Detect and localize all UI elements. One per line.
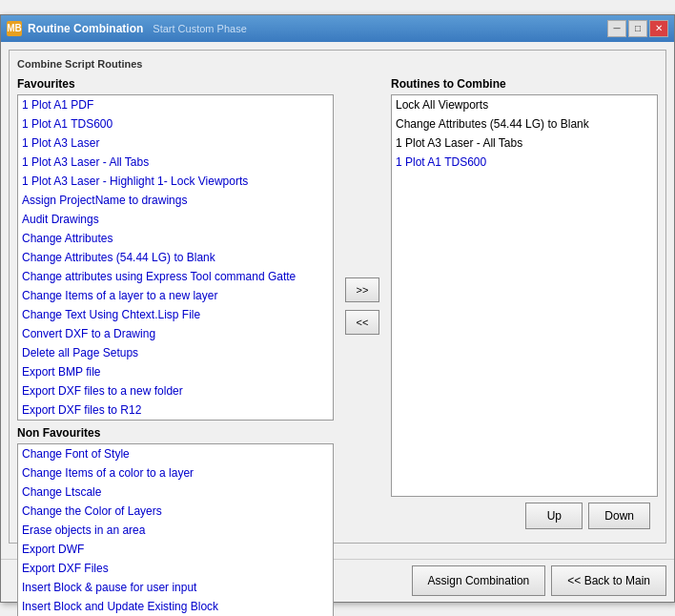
forward-button[interactable]: >> xyxy=(345,277,379,302)
routines-label: Routines to Combine xyxy=(391,77,658,91)
list-item[interactable]: 1 Plot A1 TDS600 xyxy=(392,153,657,172)
list-item[interactable]: Change Attributes (54.44 LG) to Blank xyxy=(18,248,333,267)
list-item[interactable]: 1 Plot A3 Laser - Highlight 1- Lock View… xyxy=(18,172,333,191)
back-button[interactable]: << xyxy=(345,310,379,335)
list-item[interactable]: Convert DXF to a Drawing xyxy=(18,324,333,343)
routines-section: Routines to Combine Lock All ViewportsCh… xyxy=(391,77,658,497)
right-panel: Routines to Combine Lock All ViewportsCh… xyxy=(391,77,658,535)
list-item[interactable]: Change Ltscale xyxy=(18,483,333,502)
list-item[interactable]: Change Font of Style xyxy=(18,444,333,463)
list-item[interactable]: Export DXF Files xyxy=(18,559,333,578)
maximize-button[interactable]: □ xyxy=(628,20,647,37)
main-window: MB Routine Combination Start Custom Phas… xyxy=(0,14,675,603)
updown-footer: Up Down xyxy=(391,497,658,535)
window-content: Combine Script Routines Favourites 1 Plo… xyxy=(1,42,674,559)
list-item[interactable]: 1 Plot A1 PDF xyxy=(18,95,333,114)
assign-combination-button[interactable]: Assign Combination xyxy=(412,565,546,596)
list-item[interactable]: Change attributes using Express Tool com… xyxy=(18,267,333,286)
list-item[interactable]: Change Text Using Chtext.Lisp File xyxy=(18,305,333,324)
nonfavourites-label: Non Favourites xyxy=(17,426,334,440)
window-title: Routine Combination xyxy=(28,22,143,35)
list-item[interactable]: 1 Plot A3 Laser - All Tabs xyxy=(18,153,333,172)
favourites-section: Favourites 1 Plot A1 PDF1 Plot A1 TDS600… xyxy=(17,77,334,421)
list-item[interactable]: Change Items of a color to a layer xyxy=(18,463,333,483)
list-item[interactable]: Audit Drawings xyxy=(18,210,333,229)
list-item[interactable]: Change Attributes xyxy=(18,229,333,248)
list-item[interactable]: Export DXF files to R12 xyxy=(18,400,333,420)
list-item[interactable]: Assign ProjectName to drawings xyxy=(18,191,333,210)
updown-buttons: Up Down xyxy=(525,503,650,529)
list-item[interactable]: Change the Color of Layers xyxy=(18,502,333,521)
list-item[interactable]: Change Attributes (54.44 LG) to Blank xyxy=(392,114,657,133)
list-item[interactable]: Export DWF xyxy=(18,540,333,559)
down-button[interactable]: Down xyxy=(588,503,650,529)
minimize-button[interactable]: ─ xyxy=(607,20,626,37)
title-bar-left: MB Routine Combination Start Custom Phas… xyxy=(7,21,247,36)
middle-buttons-panel: >> << xyxy=(341,77,383,535)
window-subtitle: Start Custom Phase xyxy=(153,23,246,34)
main-layout: Favourites 1 Plot A1 PDF1 Plot A1 TDS600… xyxy=(17,77,658,535)
left-panel: Favourites 1 Plot A1 PDF1 Plot A1 TDS600… xyxy=(17,77,334,535)
groupbox-title: Combine Script Routines xyxy=(17,58,658,70)
nonfavourites-section: Non Favourites Change Font of StyleChang… xyxy=(17,426,334,617)
list-item[interactable]: 1 Plot A1 TDS600 xyxy=(18,114,333,133)
list-item[interactable]: Lock All Viewports xyxy=(392,95,657,114)
favourites-label: Favourites xyxy=(17,77,334,91)
list-item[interactable]: Delete all Page Setups xyxy=(18,343,333,362)
list-item[interactable]: Insert Block and Update Existing Block xyxy=(18,597,333,616)
list-item[interactable]: Insert Block & pause for user input xyxy=(18,578,333,597)
title-bar: MB Routine Combination Start Custom Phas… xyxy=(1,15,674,42)
up-button[interactable]: Up xyxy=(525,503,583,529)
list-item[interactable]: Export BMP file xyxy=(18,362,333,381)
list-item[interactable]: Erase objects in an area xyxy=(18,521,333,540)
list-item[interactable]: 1 Plot A3 Laser xyxy=(18,133,333,153)
window-controls: ─ □ ✕ xyxy=(607,20,668,37)
routines-list[interactable]: Lock All ViewportsChange Attributes (54.… xyxy=(391,94,658,497)
list-item[interactable]: Export DXF files to a new folder xyxy=(18,381,333,400)
combine-script-groupbox: Combine Script Routines Favourites 1 Plo… xyxy=(9,50,666,544)
nonfavourites-list[interactable]: Change Font of StyleChange Items of a co… xyxy=(17,443,334,617)
list-item[interactable]: Change Items of a layer to a new layer xyxy=(18,286,333,305)
back-to-main-button[interactable]: << Back to Main xyxy=(551,565,666,596)
app-icon: MB xyxy=(7,21,22,36)
list-item[interactable]: 1 Plot A3 Laser - All Tabs xyxy=(392,133,657,153)
favourites-list[interactable]: 1 Plot A1 PDF1 Plot A1 TDS6001 Plot A3 L… xyxy=(17,94,334,421)
close-button[interactable]: ✕ xyxy=(649,20,668,37)
